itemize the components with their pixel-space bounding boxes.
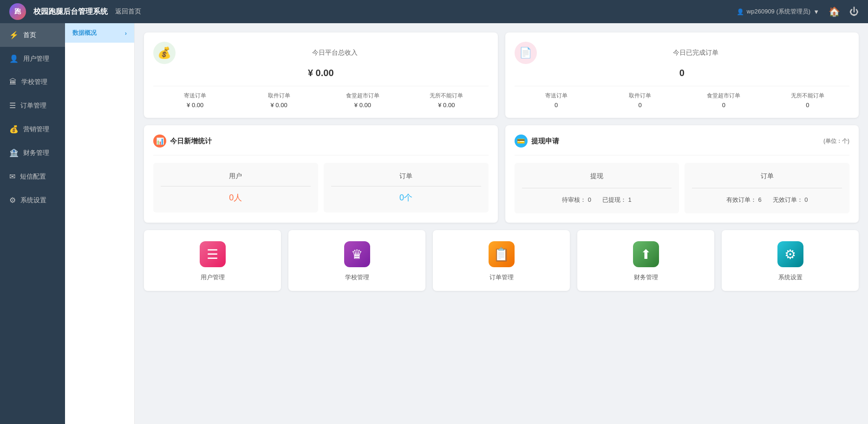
money-icon: 💰 (153, 42, 176, 64)
new-stats-title: 今日新增统计 (170, 137, 212, 146)
invalid-text: 无效订单： (773, 196, 803, 203)
quick-link-order-label: 订单管理 (489, 274, 514, 281)
completed-sub-2: 食堂超市订单 0 (682, 92, 765, 109)
sidebar-label-home: 首页 (23, 31, 36, 39)
quick-link-finance[interactable]: ⬆ 财务管理 (577, 230, 714, 291)
completed-sub-value-2: 0 (682, 102, 765, 109)
sidebar-label-sms: 短信配置 (20, 173, 46, 181)
home-icon[interactable]: 🏠 (829, 6, 840, 17)
income-sub-3: 无所不能订单 ¥ 0.00 (405, 92, 488, 109)
invalid-value: 0 (804, 196, 808, 203)
sidebar-label-user: 用户管理 (23, 55, 49, 63)
completed-sub-value-3: 0 (766, 102, 849, 109)
completed-title: 今日已完成订单 (542, 49, 850, 57)
sidebar-item-order[interactable]: ☰ 订单管理 (0, 94, 65, 117)
sidebar-item-settings[interactable]: ⚙ 系统设置 (0, 188, 65, 212)
power-icon[interactable]: ⏻ (849, 6, 859, 17)
done-text: 已提现： (602, 196, 627, 203)
income-sub-value-3: ¥ 0.00 (405, 102, 488, 109)
quick-link-order-icon: 📋 (489, 241, 515, 267)
valid-value: 6 (758, 196, 761, 203)
order-sub: 有效订单： 6 无效订单： 0 (692, 196, 842, 204)
sidebar-label-order: 订单管理 (20, 102, 46, 110)
withdrawal-inner: 提现 待审核： 0 已提现： 1 (515, 163, 850, 213)
pending-value: 0 (588, 196, 591, 203)
withdraw-label: 提现 (522, 172, 672, 180)
header-title: 校园跑腿后台管理系统 (33, 7, 108, 17)
income-sub-items: 寄送订单 ¥ 0.00 取件订单 ¥ 0.00 食堂超市订单 ¥ 0.00 (153, 92, 489, 109)
username: wp260909 (系统管理员) (747, 7, 810, 16)
completed-value: 0 (515, 68, 850, 78)
quick-link-school[interactable]: ♛ 学校管理 (288, 230, 425, 291)
invalid-label: 无效订单： 0 (773, 196, 808, 204)
sidebar-item-finance[interactable]: 🏦 财务管理 (0, 141, 65, 165)
header-right: 👤 wp260909 (系统管理员) ▼ 🏠 ⏻ (737, 6, 859, 17)
user-info[interactable]: 👤 wp260909 (系统管理员) ▼ (737, 7, 819, 16)
sub-sidebar: 数据概况 › (65, 23, 135, 424)
user-sidebar-icon: 👤 (9, 54, 19, 63)
back-button[interactable]: 返回首页 (115, 7, 141, 16)
stats-row: 📊 今日新增统计 用户 0人 订单 0个 (144, 125, 859, 223)
completed-sub-0: 寄送订单 0 (515, 92, 598, 109)
income-sub-value-2: ¥ 0.00 (321, 102, 405, 109)
logo: 跑 (9, 3, 26, 20)
sidebar-item-school[interactable]: 🏛 学校管理 (0, 71, 65, 94)
content-area: 数据概况 › 💰 今日平台总收入 ¥ 0.00 寄送订单 (65, 23, 868, 424)
pending-text: 待审核： (562, 196, 586, 203)
income-sub-1: 取件订单 ¥ 0.00 (237, 92, 320, 109)
quick-link-user-label: 用户管理 (201, 274, 225, 281)
sidebar-item-user[interactable]: 👤 用户管理 (0, 47, 65, 71)
sidebar-item-home[interactable]: ⚡ 首页 (0, 23, 65, 47)
quick-link-school-label: 学校管理 (345, 274, 369, 281)
main-content: 💰 今日平台总收入 ¥ 0.00 寄送订单 ¥ 0.00 取件订单 ¥ 0.00 (135, 23, 868, 424)
sidebar-label-school: 学校管理 (21, 78, 47, 86)
sidebar: ⚡ 首页 👤 用户管理 🏛 学校管理 ☰ 订单管理 💰 营销管理 🏦 财务管理 … (0, 23, 65, 424)
new-order-label: 订单 (331, 172, 481, 180)
completed-sub-label-2: 食堂超市订单 (682, 92, 765, 100)
completed-sub-value-0: 0 (515, 102, 598, 109)
new-stats-grid: 用户 0人 订单 0个 (153, 163, 489, 212)
settings-sidebar-icon: ⚙ (9, 196, 16, 205)
order-icon: 📄 (515, 42, 537, 64)
sidebar-item-marketing[interactable]: 💰 营销管理 (0, 117, 65, 141)
completed-sub-label-1: 取件订单 (598, 92, 682, 100)
completed-sub-1: 取件订单 0 (598, 92, 682, 109)
order-label: 订单 (692, 172, 842, 180)
income-sub-label-3: 无所不能订单 (405, 92, 488, 100)
sub-sidebar-chevron: › (125, 30, 127, 37)
withdrawal-sub: 待审核： 0 已提现： 1 (522, 196, 672, 204)
sidebar-label-marketing: 营销管理 (23, 125, 49, 134)
pending-label: 待审核： 0 (562, 196, 591, 204)
new-user-value: 0人 (161, 192, 311, 203)
home-sidebar-icon: ⚡ (9, 31, 19, 39)
order-sidebar-icon: ☰ (9, 101, 16, 110)
quick-link-settings[interactable]: ⚙ 系统设置 (722, 230, 859, 291)
income-sub-label-1: 取件订单 (237, 92, 320, 100)
sub-sidebar-label: 数据概况 (72, 29, 97, 37)
quick-link-user-icon: ☰ (200, 241, 226, 267)
quick-link-user[interactable]: ☰ 用户管理 (144, 230, 281, 291)
finance-sidebar-icon: 🏦 (9, 148, 19, 157)
new-stats-card: 📊 今日新增统计 用户 0人 订单 0个 (144, 125, 498, 223)
new-user-card: 用户 0人 (153, 163, 318, 212)
logo-text: 跑 (14, 7, 21, 16)
completed-card: 📄 今日已完成订单 0 寄送订单 0 取件订单 0 (505, 32, 859, 118)
completed-sub-label-3: 无所不能订单 (766, 92, 849, 100)
school-sidebar-icon: 🏛 (9, 78, 17, 86)
done-label: 已提现： 1 (602, 196, 632, 204)
income-sub-2: 食堂超市订单 ¥ 0.00 (321, 92, 405, 109)
new-user-label: 用户 (161, 172, 311, 180)
order-section: 订单 有效订单： 6 无效订单： 0 (685, 163, 849, 213)
valid-label: 有效订单： 6 (726, 196, 762, 204)
income-sub-value-0: ¥ 0.00 (153, 102, 237, 109)
sub-sidebar-item-overview[interactable]: 数据概况 › (65, 23, 134, 43)
income-sub-label-2: 食堂超市订单 (321, 92, 405, 100)
withdrawal-section: 提现 待审核： 0 已提现： 1 (515, 163, 679, 213)
quick-link-settings-icon: ⚙ (777, 241, 803, 267)
quick-link-order[interactable]: 📋 订单管理 (433, 230, 570, 291)
marketing-sidebar-icon: 💰 (9, 125, 19, 134)
sidebar-item-sms[interactable]: ✉ 短信配置 (0, 165, 65, 188)
income-title: 今日平台总收入 (181, 49, 489, 57)
completed-sub-items: 寄送订单 0 取件订单 0 食堂超市订单 0 无所不能订单 (515, 92, 850, 109)
top-cards-row: 💰 今日平台总收入 ¥ 0.00 寄送订单 ¥ 0.00 取件订单 ¥ 0.00 (144, 32, 859, 118)
